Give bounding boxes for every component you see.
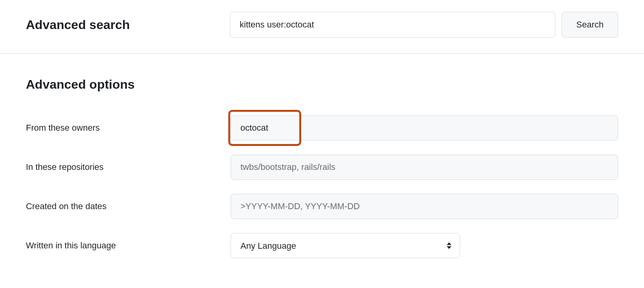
advanced-search-header: Advanced search Search (0, 0, 644, 54)
repositories-input[interactable] (231, 155, 618, 180)
owners-input-wrap (231, 115, 618, 140)
language-row: Written in this language Any Language (26, 233, 618, 258)
owners-label: From these owners (26, 123, 231, 133)
page-title: Advanced search (26, 18, 214, 32)
section-title: Advanced options (26, 77, 618, 92)
repositories-label: In these repositories (26, 162, 231, 172)
search-row: Search (230, 12, 618, 38)
advanced-options-section: Advanced options From these owners In th… (0, 54, 644, 288)
repositories-input-wrap (231, 155, 618, 180)
created-row: Created on the dates (26, 194, 618, 219)
owners-row: From these owners (26, 115, 618, 140)
created-label: Created on the dates (26, 201, 231, 211)
search-button[interactable]: Search (562, 12, 618, 38)
created-input[interactable] (231, 194, 618, 219)
search-input[interactable] (230, 12, 555, 38)
created-input-wrap (231, 194, 618, 219)
repositories-row: In these repositories (26, 155, 618, 180)
language-select[interactable]: Any Language (231, 233, 460, 258)
language-label: Written in this language (26, 241, 231, 251)
language-select-wrap: Any Language (231, 233, 460, 258)
owners-input[interactable] (231, 115, 618, 140)
